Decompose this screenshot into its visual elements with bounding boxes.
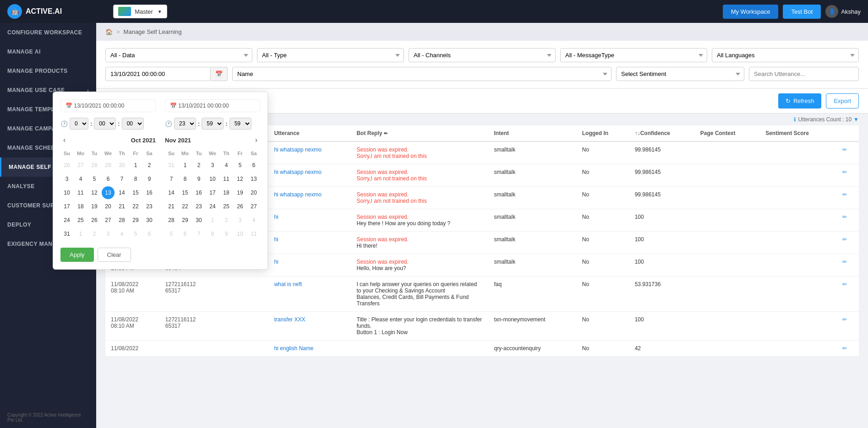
cal-day[interactable]: 3 [102, 228, 115, 240]
cal-day[interactable]: 8 [206, 228, 219, 240]
master-dropdown[interactable]: Master ▼ [113, 5, 167, 18]
to-sec-select[interactable]: 59 [229, 118, 251, 130]
cell-edit[interactable]: ✏ [837, 232, 859, 254]
cal-day[interactable]: 26 [96, 214, 101, 227]
cal-day[interactable]: 4 [247, 214, 260, 227]
cal-day[interactable]: 23 [192, 200, 205, 213]
cal-day[interactable]: 2 [96, 228, 101, 240]
cal-day[interactable]: 5 [129, 228, 142, 240]
cal-day[interactable]: 12 [234, 173, 246, 185]
name-filter-select[interactable]: Name [232, 67, 611, 81]
edit-icon[interactable]: ✏ [842, 316, 847, 323]
cal-day[interactable]: 29 [102, 159, 115, 172]
search-utterance-input[interactable] [749, 67, 859, 81]
refresh-button[interactable]: ↻ Refresh [778, 93, 822, 108]
calendar-icon[interactable]: 📅 [211, 67, 228, 81]
edit-icon[interactable]: ✏ [842, 259, 847, 265]
cal-day[interactable]: 13 [247, 173, 260, 185]
cal-day[interactable]: 7 [115, 173, 128, 185]
cal-day[interactable]: 4 [115, 228, 128, 240]
testbot-button[interactable]: Test Bot [783, 5, 821, 19]
cal-day[interactable]: 10 [206, 173, 219, 185]
cal-day[interactable]: 17 [206, 186, 219, 199]
cell-edit[interactable]: ✏ [837, 164, 859, 187]
cal-day[interactable]: 6 [247, 159, 260, 172]
cal-day[interactable]: 28 [96, 159, 101, 172]
cal-next-button[interactable]: › [252, 135, 260, 145]
cal-day[interactable]: 1 [129, 159, 142, 172]
cal-day[interactable]: 23 [143, 200, 156, 213]
cal-day[interactable]: 22 [129, 200, 142, 213]
cal-day[interactable]: 2 [143, 159, 156, 172]
cal-day[interactable]: 4 [220, 159, 233, 172]
cal-day[interactable]: 6 [102, 173, 115, 185]
date-from-input[interactable] [105, 67, 211, 81]
cal-day[interactable]: 21 [165, 200, 178, 213]
cal-day[interactable]: 30 [115, 159, 128, 172]
cal-day[interactable]: 6 [143, 228, 156, 240]
language-filter-select[interactable]: All Languages [712, 48, 859, 62]
cal-day[interactable]: 15 [179, 186, 191, 199]
home-icon[interactable]: 🏠 [105, 28, 113, 35]
cal-day[interactable]: 10 [234, 228, 246, 240]
cal-day[interactable]: 29 [129, 214, 142, 227]
cal-day[interactable]: 11 [220, 173, 233, 185]
cal-day[interactable]: 3 [206, 159, 219, 172]
message-type-filter-select[interactable]: All - MessageType [560, 48, 707, 62]
edit-icon[interactable]: ✏ [842, 169, 847, 175]
cal-day[interactable]: 7 [192, 228, 205, 240]
cal-day[interactable]: 27 [247, 200, 260, 213]
cal-day[interactable]: 5 [234, 159, 246, 172]
to-min-select[interactable]: 59 [202, 118, 224, 130]
edit-icon[interactable]: ✏ [842, 345, 847, 352]
cal-day[interactable]: 1 [206, 214, 219, 227]
cal-day[interactable]: 15 [129, 186, 142, 199]
cal-day[interactable]: 8 [179, 173, 191, 185]
cal-day[interactable]: 18 [220, 186, 233, 199]
cal-day[interactable]: 16 [192, 186, 205, 199]
sidebar-item-configure-workspace[interactable]: CONFIGURE WORKSPACE [0, 23, 96, 42]
cal-day[interactable]: 28 [115, 214, 128, 227]
cell-edit[interactable]: ✏ [837, 141, 859, 164]
cal-day[interactable]: 25 [220, 200, 233, 213]
sidebar-item-manage-ai[interactable]: MANAGE AI [0, 42, 96, 61]
cell-edit[interactable]: ✏ [837, 209, 859, 232]
to-hour-select[interactable]: 23 [174, 118, 196, 130]
sentiment-filter-select[interactable]: Select Sentiment [616, 67, 744, 81]
cal-day[interactable]: 30 [143, 214, 156, 227]
type-filter-select[interactable]: All - Type [257, 48, 404, 62]
cal-day[interactable]: 16 [143, 186, 156, 199]
cell-edit[interactable]: ✏ [837, 187, 859, 209]
edit-icon[interactable]: ✏ [842, 214, 847, 220]
channels-filter-select[interactable]: All - Channels [409, 48, 556, 62]
edit-icon[interactable]: ✏ [842, 236, 847, 243]
data-filter-select[interactable]: All - Data [105, 48, 252, 62]
cal-day[interactable]: 12 [96, 186, 101, 199]
cal-day[interactable]: 27 [102, 214, 115, 227]
cell-edit[interactable]: ✏ [837, 341, 859, 357]
cal-day[interactable]: 9 [143, 173, 156, 185]
cal-day[interactable]: 8 [129, 173, 142, 185]
expand-icon[interactable]: ▼ [853, 116, 859, 123]
cal-day[interactable]: 5 [96, 173, 101, 185]
from-min-select[interactable]: 00 [96, 118, 116, 130]
cal-day[interactable]: 11 [247, 228, 260, 240]
cal-day[interactable]: 30 [192, 214, 205, 227]
cal-day[interactable]: 22 [179, 200, 191, 213]
export-button[interactable]: Export [826, 93, 859, 108]
cal-day[interactable]: 19 [96, 200, 101, 213]
cell-edit[interactable]: ✏ [837, 276, 859, 312]
cal-day[interactable]: 20 [247, 186, 260, 199]
edit-icon[interactable]: ✏ [842, 146, 847, 153]
cal-day[interactable]: 21 [115, 200, 128, 213]
workspace-button[interactable]: My Workspace [723, 5, 779, 19]
clear-button[interactable]: Clear [98, 248, 131, 262]
cal-day-selected[interactable]: 13 [102, 186, 115, 199]
cal-day[interactable]: 20 [102, 200, 115, 213]
sidebar-item-manage-products[interactable]: MANAGE PRODUCTS [0, 61, 96, 81]
cal-day[interactable]: 9 [192, 173, 205, 185]
cal-day[interactable]: 28 [165, 214, 178, 227]
edit-icon[interactable]: ✏ [842, 191, 847, 198]
cal-day[interactable]: 3 [234, 214, 246, 227]
cell-edit[interactable]: ✏ [837, 312, 859, 341]
